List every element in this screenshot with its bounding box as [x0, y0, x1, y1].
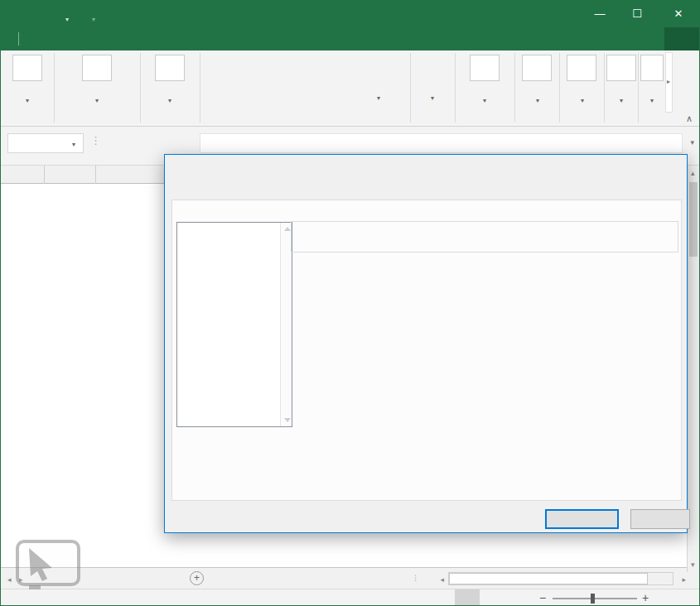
minimize-icon[interactable]: —: [582, 1, 618, 27]
redo-dropdown-icon[interactable]: ▾: [85, 12, 102, 26]
horizontal-scroll-thumb[interactable]: [449, 573, 648, 584]
title-bar: ▾ ▾ — ☐ ✕: [1, 1, 700, 27]
save-icon[interactable]: [15, 7, 31, 22]
column-header-b[interactable]: [45, 166, 96, 184]
sparklines-button[interactable]: ▾: [455, 84, 514, 106]
zoom-slider[interactable]: [553, 598, 637, 599]
table-icon[interactable]: [12, 55, 42, 81]
zoom-out-icon[interactable]: −: [539, 591, 546, 604]
ribbon-overflow-strip: ▸: [665, 52, 673, 113]
recommended-charts-button[interactable]: [202, 82, 288, 92]
listbox-scroll-down-icon[interactable]: [284, 418, 291, 422]
overflow-arrow-icon[interactable]: ▸: [667, 78, 670, 85]
number-formats-listbox[interactable]: [176, 222, 292, 427]
illustrations-button[interactable]: ▾: [59, 84, 135, 106]
zoom-in-icon[interactable]: +: [642, 591, 649, 604]
share-button[interactable]: [664, 27, 699, 50]
scroll-down-icon[interactable]: ▾: [691, 560, 695, 569]
separator-dots: ⋮: [90, 134, 101, 147]
listbox-scrollbar[interactable]: [280, 223, 292, 426]
redo-icon[interactable]: [69, 7, 85, 22]
name-box-dropdown-icon[interactable]: ▾: [72, 141, 75, 148]
sheet-nav-left-icon[interactable]: ◂: [7, 575, 12, 584]
filters-icon[interactable]: [522, 55, 552, 81]
hscroll-left-icon[interactable]: ◂: [440, 575, 444, 584]
sample-groupbox: [291, 221, 678, 252]
maximize-icon[interactable]: ☐: [619, 1, 655, 27]
zoom-slider-thumb[interactable]: [591, 594, 595, 604]
filters-button[interactable]: ▾: [515, 84, 560, 106]
format-cells-dialog: [164, 154, 688, 533]
sparklines-icon[interactable]: [470, 55, 500, 81]
customize-quick-access-icon[interactable]: [100, 7, 117, 22]
undo-icon[interactable]: [41, 7, 57, 22]
scroll-up-icon[interactable]: ▴: [691, 169, 695, 177]
collapse-ribbon-icon[interactable]: ∧: [686, 113, 693, 124]
formula-bar-input[interactable]: [200, 133, 683, 153]
status-bar: − +: [1, 589, 700, 606]
close-icon[interactable]: ✕: [660, 1, 697, 27]
page-layout-view-icon[interactable]: [482, 589, 507, 606]
tab-file[interactable]: [1, 27, 19, 50]
horizontal-scrollbar[interactable]: [448, 572, 673, 585]
ok-button[interactable]: [545, 509, 619, 529]
add-ins-button[interactable]: ▾: [140, 84, 200, 106]
cancel-button[interactable]: [630, 509, 690, 529]
vertical-scroll-thumb[interactable]: [689, 182, 698, 257]
sheet-tab-strip: ◂ ▸ + ⋮ ◂ ▸: [1, 567, 700, 589]
add-ins-icon[interactable]: [155, 55, 185, 81]
symbols-button[interactable]: ▾: [638, 84, 666, 106]
excel-window: ▾ ▾ — ☐ ✕ ▾ ▾: [0, 0, 700, 606]
column-header-a[interactable]: [24, 166, 45, 184]
tables-button[interactable]: ▾: [2, 84, 52, 106]
text-icon[interactable]: [606, 55, 636, 81]
formula-bar-expand-icon[interactable]: ▾: [690, 138, 694, 147]
ribbon-display-options-icon[interactable]: [540, 1, 577, 27]
splitter-dots[interactable]: ⋮: [412, 574, 419, 582]
hscroll-right-icon[interactable]: ▸: [682, 575, 686, 584]
new-sheet-icon[interactable]: +: [190, 571, 204, 585]
listbox-scroll-up-icon[interactable]: [284, 227, 291, 231]
3d-map-button[interactable]: ▾: [413, 82, 452, 103]
pivot-chart-button[interactable]: ▾: [349, 82, 408, 103]
links-button[interactable]: ▾: [560, 84, 605, 106]
page-break-view-icon[interactable]: [509, 589, 534, 606]
illustrations-icon[interactable]: [82, 55, 112, 81]
ribbon-tab-row: [1, 27, 700, 50]
text-button[interactable]: ▾: [605, 84, 638, 106]
links-icon[interactable]: [567, 55, 596, 81]
ribbon: ▾ ▾ ▾ ▾ ▾ ▾: [1, 50, 700, 127]
normal-view-icon[interactable]: [455, 589, 480, 606]
symbols-icon[interactable]: [640, 55, 664, 81]
sheet-nav-right-icon[interactable]: ▸: [19, 575, 23, 584]
